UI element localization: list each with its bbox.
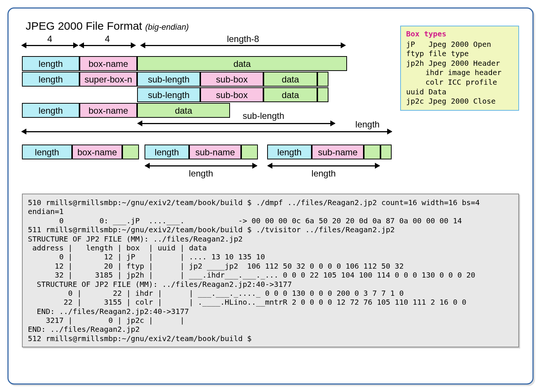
field-length: length (267, 145, 312, 159)
field-data-stub (122, 145, 139, 159)
dim-label: sub-length (243, 111, 284, 121)
term-line: END: ../files/Reagan2.jp2:40->3177 (28, 307, 189, 316)
term-line: address | length | box | uuid | data (28, 243, 207, 252)
field-data-tail (317, 72, 328, 87)
field-sub-name: sub-name (189, 145, 241, 159)
field-box-name: box-name (80, 56, 137, 71)
dim-label: 4 (47, 34, 52, 44)
field-data: data (263, 87, 317, 102)
dim-label: length (311, 168, 336, 179)
dim-arrow (145, 165, 257, 166)
dim-arrow (22, 131, 392, 132)
term-line: 12 | 20 | ftyp | | jp2 ____jp2 106 112 5… (28, 262, 404, 270)
term-line: STRUCTURE OF JP2 FILE (MM): ../files/Rea… (28, 280, 292, 289)
terminal-output: 510 rmills@rmillsmbp:~/gnu/exiv2/team/bo… (22, 194, 519, 347)
term-line: STRUCTURE OF JP2 FILE (MM): ../files/Rea… (28, 234, 243, 243)
term-line: 511 rmills@rmillsmbp:~/gnu/exiv2/team/bo… (28, 225, 395, 234)
diagram-area: 4 4 length-8 length box-name data length… (22, 35, 519, 187)
field-super-box: super-box-n (80, 72, 137, 87)
field-data-stub (241, 145, 258, 159)
term-line: 510 rmills@rmillsmbp:~/gnu/exiv2/team/bo… (28, 198, 480, 207)
field-length: length (22, 56, 80, 71)
field-data-tail (317, 87, 328, 102)
field-data-tail (380, 145, 392, 159)
field-data: data (137, 56, 347, 71)
field-length: length (22, 103, 80, 118)
dim-arrow (138, 123, 335, 124)
term-line: endian=1 (28, 207, 64, 216)
field-sub-length: sub-length (137, 87, 200, 102)
field-sub-length: sub-length (137, 72, 200, 87)
field-sub-box: sub-box (200, 87, 263, 102)
field-box-name: box-name (72, 145, 122, 159)
field-box-name: box-name (80, 103, 137, 118)
field-sub-box: sub-box (200, 72, 263, 87)
dim-label: length (189, 168, 213, 179)
field-data: data (137, 103, 230, 118)
dim-arrow (268, 165, 379, 166)
dim-arrow (80, 45, 135, 46)
term-line: 0 | 12 | jP | | .... 13 10 135 10 (28, 252, 265, 261)
field-length: length (22, 145, 72, 159)
dim-arrow (22, 45, 78, 46)
term-line: 512 rmills@rmillsmbp:~/gnu/exiv2/team/bo… (28, 334, 252, 343)
field-sub-name: sub-name (312, 145, 364, 159)
term-line: 0 0: ___.jP ....___. -> 00 00 00 0c 6a 5… (28, 216, 462, 225)
term-line: 3217 | 0 | jp2c | | (28, 316, 184, 325)
dim-arrow (141, 45, 345, 46)
dim-label: length (355, 119, 379, 130)
field-data-stub (364, 145, 380, 159)
field-length: length (145, 145, 189, 159)
term-line: 0 | 22 | ihdr | | ___.___._...._ 0 0 0 1… (28, 289, 404, 298)
term-line: END: ../files/Reagan2.jp2 (28, 325, 140, 334)
field-data: data (263, 72, 317, 87)
diagram-frame: JPEG 2000 File Format (big-endian) Box t… (7, 7, 534, 385)
dim-label: 4 (105, 34, 110, 44)
title-text: JPEG 2000 File Format (26, 20, 142, 32)
dim-label: length-8 (227, 34, 259, 44)
field-length: length (22, 72, 80, 87)
term-line: 32 | 3185 | jp2h | | ___.ihdr___.___._..… (28, 270, 475, 279)
title-subtitle: (big-endian) (145, 22, 189, 32)
term-line: 22 | 3155 | colr | | .____.HLino..__mntr… (28, 298, 466, 307)
